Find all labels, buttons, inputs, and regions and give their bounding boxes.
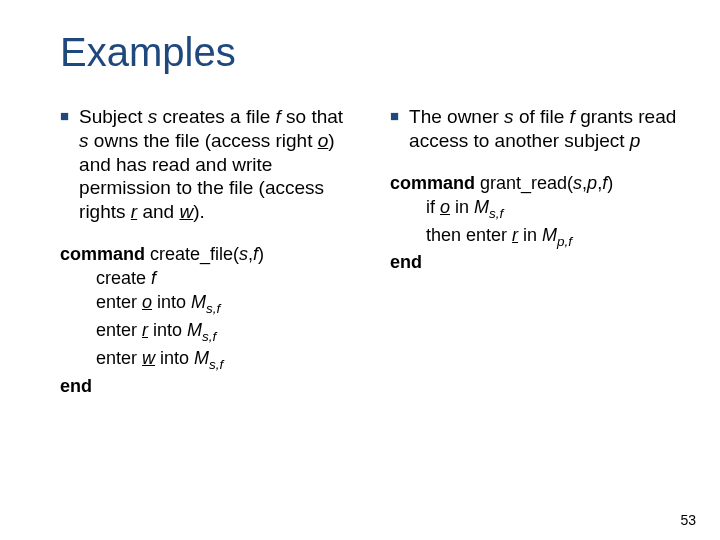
- kw-into: into: [148, 320, 187, 340]
- kw-command: command: [60, 244, 145, 264]
- bullet-icon: ■: [390, 105, 399, 153]
- var-f: f: [151, 268, 156, 288]
- access-o: o: [440, 197, 450, 217]
- var-s: s: [148, 106, 158, 127]
- bullet-text: Subject s creates a file f so that s own…: [79, 105, 350, 224]
- access-w: w: [142, 348, 155, 368]
- bullet-item: ■ Subject s creates a file f so that s o…: [60, 105, 350, 224]
- text: owns the file (access right: [89, 130, 318, 151]
- page-number: 53: [680, 512, 696, 528]
- text: so that: [281, 106, 343, 127]
- matrix-M: M: [187, 320, 202, 340]
- right-column: ■ The owner s of file f grants read acce…: [390, 105, 680, 398]
- matrix-M: M: [194, 348, 209, 368]
- kw-in: in: [450, 197, 474, 217]
- fn-name: create_file(: [145, 244, 239, 264]
- kw-end: end: [60, 376, 92, 396]
- kw-enter: enter: [96, 348, 142, 368]
- slide-title: Examples: [60, 30, 680, 75]
- code-line: end: [60, 374, 350, 398]
- text: creates a file: [157, 106, 275, 127]
- matrix-M: M: [474, 197, 489, 217]
- var-s: s: [79, 130, 89, 151]
- content-columns: ■ Subject s creates a file f so that s o…: [60, 105, 680, 398]
- code-line: enter o into Ms,f: [60, 290, 350, 318]
- left-column: ■ Subject s creates a file f so that s o…: [60, 105, 350, 398]
- kw-if: if: [426, 197, 440, 217]
- var-p: p: [630, 130, 641, 151]
- text: of file: [514, 106, 570, 127]
- kw-then: then enter: [426, 225, 512, 245]
- paren: ): [607, 173, 613, 193]
- matrix-M: M: [542, 225, 557, 245]
- arg: p: [587, 173, 597, 193]
- bullet-item: ■ The owner s of file f grants read acce…: [390, 105, 680, 153]
- text: and: [137, 201, 179, 222]
- code-line: create f: [60, 266, 350, 290]
- code-line: then enter r in Mp,f: [390, 223, 680, 251]
- paren: ): [258, 244, 264, 264]
- code-line: command grant_read(s,p,f): [390, 171, 680, 195]
- kw-into: into: [155, 348, 194, 368]
- access-o: o: [318, 130, 329, 151]
- access-o: o: [142, 292, 152, 312]
- text: ).: [193, 201, 205, 222]
- bullet-text: The owner s of file f grants read access…: [409, 105, 680, 153]
- fn-name: grant_read(: [475, 173, 573, 193]
- kw-end: end: [390, 252, 422, 272]
- code-line: end: [390, 250, 680, 274]
- bullet-icon: ■: [60, 105, 69, 224]
- var-s: s: [504, 106, 514, 127]
- access-w: w: [179, 201, 193, 222]
- kw-command: command: [390, 173, 475, 193]
- kw-enter: enter: [96, 292, 142, 312]
- matrix-sub: s,f: [206, 301, 220, 316]
- kw-into: into: [152, 292, 191, 312]
- matrix-sub: s,f: [489, 205, 503, 220]
- code-block-create: command create_file(s,f) create f enter …: [60, 242, 350, 398]
- kw-create: create: [96, 268, 151, 288]
- arg: s: [239, 244, 248, 264]
- code-line: if o in Ms,f: [390, 195, 680, 223]
- matrix-sub: s,f: [202, 329, 216, 344]
- arg: s: [573, 173, 582, 193]
- code-line: command create_file(s,f): [60, 242, 350, 266]
- matrix-sub: p,f: [557, 233, 572, 248]
- code-block-grant: command grant_read(s,p,f) if o in Ms,f t…: [390, 171, 680, 275]
- slide: Examples ■ Subject s creates a file f so…: [0, 0, 720, 540]
- code-line: enter r into Ms,f: [60, 318, 350, 346]
- matrix-M: M: [191, 292, 206, 312]
- matrix-sub: s,f: [209, 357, 223, 372]
- kw-in: in: [518, 225, 542, 245]
- text: The owner: [409, 106, 504, 127]
- kw-enter: enter: [96, 320, 142, 340]
- text: Subject: [79, 106, 148, 127]
- code-line: enter w into Ms,f: [60, 346, 350, 374]
